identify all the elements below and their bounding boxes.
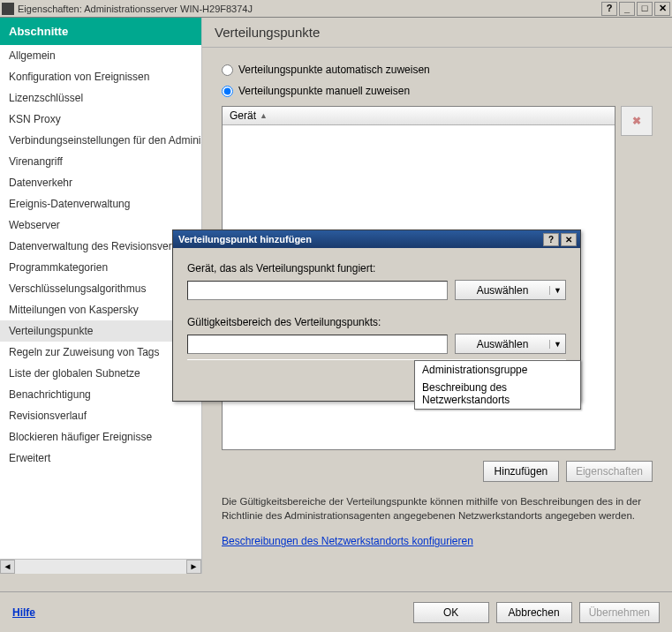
radio-manual-label: Verteilungspunkte manuell zuweisen xyxy=(238,85,410,97)
radio-manual[interactable]: Verteilungspunkte manuell zuweisen xyxy=(222,85,653,97)
sidebar-item[interactable]: Verschlüsselungsalgorithmus xyxy=(0,278,201,299)
sidebar-list: AllgemeinKonfiguration von EreignissenLi… xyxy=(0,45,201,559)
dropdown-option-admin-group[interactable]: Administrationsgruppe xyxy=(415,361,580,379)
ok-button[interactable]: OK xyxy=(413,602,489,623)
scope-select-label: Auswählen xyxy=(456,338,549,350)
sidebar-item[interactable]: Liste der globalen Subnetze xyxy=(0,363,201,384)
scope-dropdown-list[interactable]: Administrationsgruppe Beschreibung des N… xyxy=(414,360,581,410)
scope-input[interactable] xyxy=(187,335,448,354)
sidebar-item[interactable]: Virenangriff xyxy=(0,151,201,172)
sidebar-item[interactable]: Verbindungseinstellungen für den Adminis… xyxy=(0,130,201,151)
chevron-down-icon: ▼ xyxy=(549,340,565,349)
sidebar-item[interactable]: Benachrichtigung xyxy=(0,384,201,405)
sidebar-item[interactable]: Allgemein xyxy=(0,45,201,66)
sidebar-item[interactable]: Mitteilungen von Kaspersky xyxy=(0,299,201,320)
hint-text: Die Gültigkeitsbereiche der Verteilungsp… xyxy=(222,494,653,523)
device-select-label: Auswählen xyxy=(456,284,549,297)
configure-link[interactable]: Beschreibungen des Netzwerkstandorts kon… xyxy=(222,535,473,547)
delete-button[interactable]: ✖ xyxy=(621,106,653,136)
window-titlebar: Eigenschaften: Administrationsserver WIN… xyxy=(0,0,672,18)
cancel-button[interactable]: Abbrechen xyxy=(496,602,572,623)
radio-auto[interactable]: Verteilungspunkte automatisch zuweisen xyxy=(222,64,653,76)
dropdown-option-network-desc[interactable]: Beschreibung des Netzwerkstandorts xyxy=(415,379,580,409)
sidebar-item[interactable]: Erweitert xyxy=(0,448,201,469)
sidebar-header: Abschnitte xyxy=(0,18,201,45)
device-input[interactable] xyxy=(187,281,448,300)
dialog-titlebar[interactable]: Verteilungspunkt hinzufügen ? ✕ xyxy=(173,230,580,248)
sidebar-item[interactable]: Blockieren häufiger Ereignisse xyxy=(0,426,201,448)
dialog-close-button[interactable]: ✕ xyxy=(561,233,577,246)
help-window-button[interactable]: ? xyxy=(601,2,617,16)
close-window-button[interactable]: ✕ xyxy=(654,2,670,16)
scroll-left-icon[interactable]: ◄ xyxy=(0,560,15,574)
content-header: Verteilungspunkte xyxy=(202,18,672,48)
apply-button[interactable]: Übernehmen xyxy=(579,602,660,623)
properties-button[interactable]: Eigenschaften xyxy=(566,461,653,482)
window-title: Eigenschaften: Administrationsserver WIN… xyxy=(18,4,601,14)
minimize-button[interactable]: _ xyxy=(619,2,635,16)
add-button[interactable]: Hinzufügen xyxy=(483,461,559,482)
chevron-down-icon: ▼ xyxy=(549,286,565,295)
app-icon xyxy=(2,3,14,15)
device-select-button[interactable]: Auswählen ▼ xyxy=(455,280,566,300)
dialog-help-button[interactable]: ? xyxy=(543,233,559,246)
radio-manual-input[interactable] xyxy=(222,86,233,97)
help-link[interactable]: Hilfe xyxy=(12,606,35,619)
sidebar-item[interactable]: Konfiguration von Ereignissen xyxy=(0,66,201,87)
scroll-right-icon[interactable]: ► xyxy=(186,560,201,574)
sidebar-item[interactable]: Datenverwaltung des Revisionsverlaufs xyxy=(0,236,201,257)
sidebar-item[interactable]: Webserver xyxy=(0,214,201,236)
scope-select-button[interactable]: Auswählen ▼ xyxy=(455,334,566,354)
x-icon: ✖ xyxy=(632,115,641,127)
table-col-label: Gerät xyxy=(230,109,256,122)
radio-auto-input[interactable] xyxy=(222,64,233,76)
dialog-title: Verteilungspunkt hinzufügen xyxy=(177,234,541,245)
sidebar-item[interactable]: Revisionsverlauf xyxy=(0,405,201,426)
sidebar-item[interactable]: Lizenzschlüssel xyxy=(0,87,201,109)
scope-label: Gültigkeitsbereich des Verteilungspunkts… xyxy=(187,316,566,328)
radio-auto-label: Verteilungspunkte automatisch zuweisen xyxy=(238,64,430,76)
sidebar-item[interactable]: Datenverkehr xyxy=(0,172,201,193)
sidebar-hscroll[interactable]: ◄ ► xyxy=(0,559,201,574)
maximize-button[interactable]: □ xyxy=(637,2,653,16)
sidebar-item[interactable]: Ereignis-Datenverwaltung xyxy=(0,193,201,214)
sort-asc-icon: ▲ xyxy=(260,111,268,120)
table-column-device[interactable]: Gerät ▲ xyxy=(223,107,615,125)
sidebar-item[interactable]: Programmkategorien xyxy=(0,257,201,278)
device-label: Gerät, das als Verteilungspunkt fungiert… xyxy=(187,262,566,275)
sidebar-item[interactable]: Regeln zur Zuweisung von Tags xyxy=(0,342,201,363)
footer: Hilfe OK Abbrechen Übernehmen xyxy=(0,591,672,632)
sidebar-item[interactable]: Verteilungspunkte xyxy=(0,320,201,342)
sidebar-item[interactable]: KSN Proxy xyxy=(0,109,201,130)
